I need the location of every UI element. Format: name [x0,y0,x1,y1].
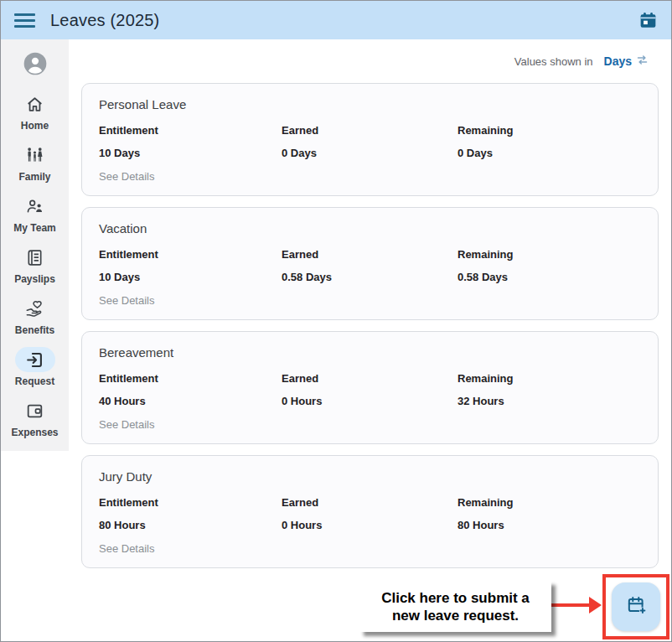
sidebar-item-label: Payslips [14,273,55,285]
remaining-label: Remaining [457,496,641,509]
entitlement-value: 10 Days [99,271,282,283]
remaining-label: Remaining [457,372,641,385]
earned-value: 0 Days [282,147,457,159]
see-details-link[interactable]: See Details [99,170,154,183]
leave-type-title: Jury Duty [99,469,641,484]
request-icon [15,347,55,372]
remaining-label: Remaining [457,248,641,261]
sidebar-column: Home [1,39,69,641]
remaining-label: Remaining [457,124,641,137]
sidebar-item-label: Family [18,171,50,183]
leave-balance-grid: Entitlement 10 Days Earned 0 Days Remain… [99,124,641,159]
sidebar-item-label: Expenses [11,427,58,438]
leave-type-title: Vacation [99,221,641,236]
leave-type-title: Personal Leave [99,97,641,112]
see-details-link[interactable]: See Details [99,418,154,431]
earned-label: Earned [282,248,457,261]
leave-balance-grid: Entitlement 10 Days Earned 0.58 Days Rem… [99,248,641,283]
remaining-value: 0 Days [457,147,641,159]
app-header: Leaves (2025) [1,1,671,39]
entitlement-label: Entitlement [99,124,282,137]
leaves-app-window: Leaves (2025) [0,0,672,642]
earned-value: 0 Hours [282,395,457,407]
sidebar-item-label: My Team [13,222,55,234]
family-icon [15,142,55,168]
earned-label: Earned [282,124,457,137]
hamburger-menu-icon[interactable] [14,13,35,28]
page-title: Leaves (2025) [50,11,638,30]
profile-avatar-icon[interactable] [22,50,49,77]
main-content: Values shown in Days Personal Leave [69,39,671,641]
leave-card-bereavement: Bereavement Entitlement 40 Hours Earned … [81,331,659,444]
body: Home [1,39,671,641]
annotation-text-line2: new leave request. [392,607,519,624]
unit-toggle-button[interactable]: Days [604,54,649,69]
earned-value: 0.58 Days [282,271,457,283]
sidebar-item-label: Benefits [15,324,54,336]
leave-card-jury-duty: Jury Duty Entitlement 80 Hours Earned 0 … [81,455,659,568]
home-icon [15,91,55,116]
team-icon [15,194,55,219]
annotation-highlight-rect [602,574,669,639]
annotation-text-line1: Click here to submit a [381,589,530,607]
earned-value: 0 Hours [282,519,457,531]
values-shown-in-label: Values shown in [514,55,593,68]
earned-label: Earned [282,496,457,509]
sidebar-item-family[interactable]: Family [1,142,69,183]
annotation-callout: Click here to submit a new leave request… [359,581,551,632]
sidebar-nav: Home [1,39,69,451]
remaining-value: 80 Hours [457,519,641,531]
leave-card-vacation: Vacation Entitlement 10 Days Earned 0.58… [81,207,659,320]
swap-arrows-icon [636,54,649,69]
entitlement-value: 40 Hours [99,395,282,407]
sidebar-item-payslips[interactable]: Payslips [1,245,69,285]
earned-label: Earned [282,372,457,385]
calendar-icon[interactable] [638,10,659,31]
entitlement-label: Entitlement [99,372,282,385]
leave-type-title: Bereavement [99,345,641,360]
sidebar-item-expenses[interactable]: Expenses [1,398,69,438]
unit-label: Days [604,54,632,68]
see-details-link[interactable]: See Details [99,294,154,307]
entitlement-label: Entitlement [99,496,282,509]
leave-card-personal-leave: Personal Leave Entitlement 10 Days Earne… [81,83,659,196]
entitlement-value: 80 Hours [99,519,282,531]
annotation-arrow-line [551,603,592,607]
sidebar-item-benefits[interactable]: Benefits [1,296,69,336]
expenses-icon [15,398,55,423]
see-details-link[interactable]: See Details [99,542,154,555]
sidebar-item-label: Request [15,375,54,387]
values-unit-bar: Values shown in Days [81,39,659,83]
benefits-icon [15,296,55,321]
sidebar-item-request[interactable]: Request [1,347,69,387]
leave-balance-grid: Entitlement 80 Hours Earned 0 Hours Rema… [99,496,641,531]
payslips-icon [15,245,55,270]
sidebar-item-home[interactable]: Home [1,91,69,132]
sidebar-item-label: Home [21,120,49,132]
remaining-value: 0.58 Days [457,271,641,283]
remaining-value: 32 Hours [457,395,641,407]
sidebar-item-my-team[interactable]: My Team [1,194,69,234]
entitlement-value: 10 Days [99,147,282,159]
entitlement-label: Entitlement [99,248,282,261]
annotation-arrow-head [589,597,602,614]
leave-balance-grid: Entitlement 40 Hours Earned 0 Hours Rema… [99,372,641,407]
